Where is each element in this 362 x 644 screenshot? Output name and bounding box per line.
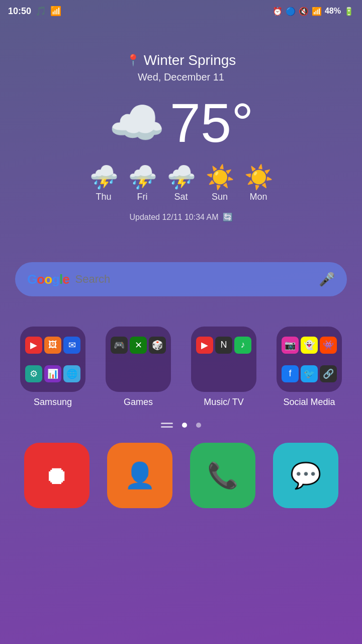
search-bar[interactable]: Google 🎤 bbox=[15, 262, 347, 296]
battery-icon: 🔋 bbox=[344, 7, 354, 16]
nav-line-1 bbox=[161, 423, 173, 424]
forecast-label-thu: Thu bbox=[96, 192, 111, 202]
weather-widget: 📍 Winter Springs Wed, December 11 ☁️ 75°… bbox=[0, 22, 362, 222]
folder-social-media[interactable]: 📷 👻 👾 f 🐦 🔗 Social Media bbox=[277, 327, 342, 408]
mini-app-twitter: 🐦 bbox=[301, 365, 318, 382]
app-grid: ▶ 🖼 ✉ ⚙ 📊 🌐 Samsung 🎮 ✕ 🎲 Games ▶ N ♪ Mu… bbox=[0, 327, 362, 408]
mini-app-reddit: 👾 bbox=[320, 337, 337, 354]
nav-line-2 bbox=[161, 426, 173, 428]
mini-app-gallery: 🖼 bbox=[44, 337, 61, 354]
folder-label-social-media: Social Media bbox=[283, 397, 335, 408]
mini-app-snapchat: 👻 bbox=[301, 337, 318, 354]
battery-text: 48% bbox=[325, 7, 341, 16]
mini-app-netflix: N bbox=[215, 337, 232, 354]
search-bar-container: Google 🎤 bbox=[0, 262, 362, 296]
time-display: 10:50 bbox=[8, 6, 31, 17]
folder-icon-music-tv: ▶ N ♪ bbox=[191, 327, 256, 392]
location-text: Winter Springs bbox=[144, 52, 236, 68]
mini-app-samsung1: ⚙ bbox=[25, 365, 42, 382]
forecast-mon: ☀️ Mon bbox=[244, 166, 273, 202]
forecast-icon-sun: ☀️ bbox=[206, 166, 234, 189]
signal-icon: 📶 bbox=[312, 7, 322, 16]
mini-app-game3: 🎲 bbox=[149, 337, 166, 354]
forecast-sat: ⛈️ Sat bbox=[167, 166, 196, 202]
nav-dot-inactive[interactable] bbox=[196, 423, 201, 428]
google-logo: Google bbox=[27, 272, 69, 287]
folder-icon-games: 🎮 ✕ 🎲 bbox=[106, 327, 171, 392]
mini-app-samsung3: 🌐 bbox=[63, 365, 80, 382]
current-weather: ☁️ 75° bbox=[109, 95, 253, 150]
forecast-fri: ⛈️ Fri bbox=[128, 166, 157, 202]
forecast-row: ⛈️ Thu ⛈️ Fri ⛈️ Sat ☀️ Sun ☀️ Mon bbox=[89, 166, 273, 202]
forecast-label-fri: Fri bbox=[137, 192, 148, 202]
nav-dot-active[interactable] bbox=[182, 423, 187, 428]
forecast-icon-thu: ⛈️ bbox=[89, 166, 118, 189]
folder-samsung[interactable]: ▶ 🖼 ✉ ⚙ 📊 🌐 Samsung bbox=[20, 327, 85, 408]
status-bar: 10:50 🎵 📶 ⏰ 🔵 🔇 📶 48% 🔋 bbox=[0, 0, 362, 22]
forecast-label-sun: Sun bbox=[212, 192, 228, 202]
dock: ⏺ 👤 📞 💬 bbox=[0, 433, 362, 518]
location-row[interactable]: 📍 Winter Springs bbox=[126, 52, 236, 68]
status-right: ⏰ 🔵 🔇 📶 48% 🔋 bbox=[273, 7, 354, 16]
folder-label-music-tv: Music/ TV bbox=[204, 397, 244, 408]
mini-app-spotify: ♪ bbox=[234, 337, 251, 354]
forecast-thu: ⛈️ Thu bbox=[89, 166, 118, 202]
refresh-icon[interactable]: 🔄 bbox=[223, 212, 233, 222]
forecast-icon-fri: ⛈️ bbox=[128, 166, 157, 189]
folder-icon-samsung: ▶ 🖼 ✉ ⚙ 📊 🌐 bbox=[20, 327, 85, 392]
mini-app-youtube2: ▶ bbox=[196, 337, 213, 354]
forecast-label-mon: Mon bbox=[249, 192, 267, 202]
dock-app-contacts[interactable]: 👤 bbox=[107, 443, 172, 508]
folder-music-tv[interactable]: ▶ N ♪ Music/ TV bbox=[191, 327, 256, 408]
dock-app-phone[interactable]: 📞 bbox=[190, 443, 255, 508]
spotify-icon: 🎵 bbox=[35, 6, 46, 17]
nav-menu-button[interactable] bbox=[161, 423, 173, 428]
folder-label-samsung: Samsung bbox=[34, 397, 72, 408]
forecast-icon-sat: ⛈️ bbox=[167, 166, 196, 189]
status-left: 10:50 🎵 📶 bbox=[8, 6, 61, 17]
forecast-sun: ☀️ Sun bbox=[206, 166, 234, 202]
wifi-icon: 📶 bbox=[50, 6, 61, 17]
folder-games[interactable]: 🎮 ✕ 🎲 Games bbox=[106, 327, 171, 408]
folder-label-games: Games bbox=[124, 397, 153, 408]
bluetooth-icon: 🔵 bbox=[286, 7, 296, 16]
microphone-icon[interactable]: 🎤 bbox=[319, 272, 335, 287]
mini-app-samsung2: 📊 bbox=[44, 365, 61, 382]
dock-app-screen-recorder[interactable]: ⏺ bbox=[24, 443, 89, 508]
mini-app-email: ✉ bbox=[63, 337, 80, 354]
mini-app-facebook: f bbox=[282, 365, 299, 382]
temperature-display: 75° bbox=[170, 95, 253, 150]
updated-text: Updated 12/11 10:34 AM bbox=[129, 213, 218, 222]
date-display: Wed, December 11 bbox=[138, 71, 224, 83]
location-pin-icon: 📍 bbox=[126, 54, 140, 67]
mini-app-xbox: ✕ bbox=[130, 337, 147, 354]
search-input[interactable] bbox=[75, 273, 313, 286]
nav-dots bbox=[0, 423, 362, 428]
forecast-icon-mon: ☀️ bbox=[244, 166, 273, 189]
mute-icon: 🔇 bbox=[299, 7, 309, 16]
mini-app-social6: 🔗 bbox=[320, 365, 337, 382]
alarm-icon: ⏰ bbox=[273, 7, 283, 16]
updated-row: Updated 12/11 10:34 AM 🔄 bbox=[129, 212, 232, 222]
mini-app-youtube: ▶ bbox=[25, 337, 42, 354]
forecast-label-sat: Sat bbox=[174, 192, 188, 202]
folder-icon-social-media: 📷 👻 👾 f 🐦 🔗 bbox=[277, 327, 342, 392]
current-weather-icon: ☁️ bbox=[109, 100, 165, 145]
mini-app-instagram: 📷 bbox=[282, 337, 299, 354]
dock-app-messages[interactable]: 💬 bbox=[273, 443, 338, 508]
mini-app-minecraft: 🎮 bbox=[111, 337, 128, 354]
